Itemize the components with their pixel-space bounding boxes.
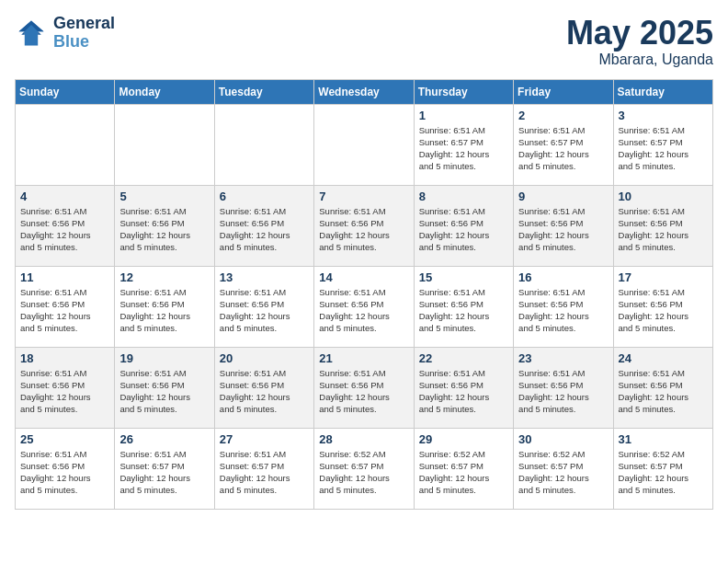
day-number: 20 (220, 351, 310, 365)
calendar-cell: 29Sunrise: 6:52 AM Sunset: 6:57 PM Dayli… (414, 428, 513, 509)
day-info: Sunrise: 6:51 AM Sunset: 6:56 PM Dayligh… (119, 367, 210, 416)
calendar-cell: 14Sunrise: 6:51 AM Sunset: 6:56 PM Dayli… (314, 266, 414, 347)
day-info: Sunrise: 6:51 AM Sunset: 6:56 PM Dayligh… (319, 205, 409, 254)
calendar-cell: 13Sunrise: 6:51 AM Sunset: 6:56 PM Dayli… (214, 266, 313, 347)
day-number: 11 (20, 270, 110, 284)
calendar-cell: 16Sunrise: 6:51 AM Sunset: 6:56 PM Dayli… (514, 266, 613, 347)
day-info: Sunrise: 6:51 AM Sunset: 6:56 PM Dayligh… (518, 367, 609, 416)
calendar-title: May 2025 (566, 15, 713, 52)
header-sunday: Sunday (16, 79, 115, 104)
day-number: 6 (220, 190, 310, 203)
day-number: 13 (220, 270, 310, 284)
calendar-cell: 17Sunrise: 6:51 AM Sunset: 6:56 PM Dayli… (613, 266, 712, 347)
day-info: Sunrise: 6:51 AM Sunset: 6:57 PM Dayligh… (518, 124, 609, 173)
calendar-cell: 22Sunrise: 6:51 AM Sunset: 6:56 PM Dayli… (414, 347, 513, 428)
calendar-week-row: 11Sunrise: 6:51 AM Sunset: 6:56 PM Dayli… (16, 266, 713, 347)
day-info: Sunrise: 6:52 AM Sunset: 6:57 PM Dayligh… (419, 448, 509, 497)
day-info: Sunrise: 6:51 AM Sunset: 6:56 PM Dayligh… (20, 205, 110, 254)
calendar-cell: 24Sunrise: 6:51 AM Sunset: 6:56 PM Dayli… (613, 347, 712, 428)
calendar-cell: 25Sunrise: 6:51 AM Sunset: 6:56 PM Dayli… (16, 428, 115, 509)
calendar-cell: 28Sunrise: 6:52 AM Sunset: 6:57 PM Dayli… (314, 428, 414, 509)
day-number: 21 (319, 351, 409, 365)
calendar-cell: 30Sunrise: 6:52 AM Sunset: 6:57 PM Dayli… (514, 428, 613, 509)
day-number: 28 (319, 432, 409, 446)
day-info: Sunrise: 6:51 AM Sunset: 6:57 PM Dayligh… (119, 448, 210, 497)
calendar-week-row: 25Sunrise: 6:51 AM Sunset: 6:56 PM Dayli… (16, 428, 713, 509)
calendar-cell (115, 104, 214, 185)
day-number: 8 (419, 190, 509, 203)
day-info: Sunrise: 6:51 AM Sunset: 6:56 PM Dayligh… (319, 367, 409, 416)
calendar-cell (16, 104, 115, 185)
calendar-cell: 11Sunrise: 6:51 AM Sunset: 6:56 PM Dayli… (16, 266, 115, 347)
day-number: 9 (518, 190, 609, 203)
day-info: Sunrise: 6:51 AM Sunset: 6:56 PM Dayligh… (619, 286, 709, 335)
calendar-cell: 27Sunrise: 6:51 AM Sunset: 6:57 PM Dayli… (214, 428, 313, 509)
day-info: Sunrise: 6:51 AM Sunset: 6:56 PM Dayligh… (20, 448, 110, 497)
header-tuesday: Tuesday (214, 79, 313, 104)
day-number: 24 (619, 351, 709, 365)
calendar-week-row: 4Sunrise: 6:51 AM Sunset: 6:56 PM Daylig… (16, 185, 713, 266)
calendar-cell: 31Sunrise: 6:52 AM Sunset: 6:57 PM Dayli… (613, 428, 712, 509)
calendar-cell: 21Sunrise: 6:51 AM Sunset: 6:56 PM Dayli… (314, 347, 414, 428)
calendar-cell: 9Sunrise: 6:51 AM Sunset: 6:56 PM Daylig… (514, 185, 613, 266)
logo-icon (15, 17, 48, 50)
day-info: Sunrise: 6:51 AM Sunset: 6:57 PM Dayligh… (220, 448, 310, 497)
day-number: 27 (220, 432, 310, 446)
day-number: 23 (518, 351, 609, 365)
day-info: Sunrise: 6:52 AM Sunset: 6:57 PM Dayligh… (319, 448, 409, 497)
calendar-cell (214, 104, 313, 185)
day-info: Sunrise: 6:51 AM Sunset: 6:56 PM Dayligh… (419, 205, 509, 254)
day-number: 16 (518, 270, 609, 284)
day-number: 31 (619, 432, 709, 446)
calendar-cell: 7Sunrise: 6:51 AM Sunset: 6:56 PM Daylig… (314, 185, 414, 266)
calendar-week-row: 1Sunrise: 6:51 AM Sunset: 6:57 PM Daylig… (16, 104, 713, 185)
day-number: 15 (419, 270, 509, 284)
header-monday: Monday (115, 79, 214, 104)
header-wednesday: Wednesday (314, 79, 414, 104)
day-info: Sunrise: 6:51 AM Sunset: 6:56 PM Dayligh… (119, 205, 210, 254)
day-info: Sunrise: 6:51 AM Sunset: 6:56 PM Dayligh… (518, 286, 609, 335)
day-info: Sunrise: 6:51 AM Sunset: 6:56 PM Dayligh… (220, 205, 310, 254)
header-saturday: Saturday (613, 79, 712, 104)
day-number: 1 (419, 109, 509, 122)
day-info: Sunrise: 6:51 AM Sunset: 6:56 PM Dayligh… (220, 286, 310, 335)
day-number: 26 (119, 432, 210, 446)
calendar-cell: 20Sunrise: 6:51 AM Sunset: 6:56 PM Dayli… (214, 347, 313, 428)
day-number: 18 (20, 351, 110, 365)
day-info: Sunrise: 6:51 AM Sunset: 6:56 PM Dayligh… (20, 367, 110, 416)
day-number: 12 (119, 270, 210, 284)
day-info: Sunrise: 6:51 AM Sunset: 6:56 PM Dayligh… (619, 367, 709, 416)
day-number: 22 (419, 351, 509, 365)
calendar-cell: 2Sunrise: 6:51 AM Sunset: 6:57 PM Daylig… (514, 104, 613, 185)
logo-text: General Blue (53, 15, 115, 52)
calendar-cell: 15Sunrise: 6:51 AM Sunset: 6:56 PM Dayli… (414, 266, 513, 347)
day-number: 19 (119, 351, 210, 365)
calendar-table: SundayMondayTuesdayWednesdayThursdayFrid… (15, 79, 713, 510)
calendar-cell: 26Sunrise: 6:51 AM Sunset: 6:57 PM Dayli… (115, 428, 214, 509)
calendar-cell: 1Sunrise: 6:51 AM Sunset: 6:57 PM Daylig… (414, 104, 513, 185)
calendar-cell: 6Sunrise: 6:51 AM Sunset: 6:56 PM Daylig… (214, 185, 313, 266)
day-number: 14 (319, 270, 409, 284)
day-number: 2 (518, 109, 609, 122)
page-header: General Blue May 2025 Mbarara, Uganda (15, 15, 713, 68)
calendar-header-row: SundayMondayTuesdayWednesdayThursdayFrid… (16, 79, 713, 104)
day-info: Sunrise: 6:51 AM Sunset: 6:56 PM Dayligh… (518, 205, 609, 254)
calendar-cell: 3Sunrise: 6:51 AM Sunset: 6:57 PM Daylig… (613, 104, 712, 185)
calendar-cell (314, 104, 414, 185)
calendar-subtitle: Mbarara, Uganda (566, 52, 713, 68)
logo: General Blue (15, 15, 115, 52)
calendar-cell: 19Sunrise: 6:51 AM Sunset: 6:56 PM Dayli… (115, 347, 214, 428)
day-number: 30 (518, 432, 609, 446)
day-info: Sunrise: 6:51 AM Sunset: 6:56 PM Dayligh… (619, 205, 709, 254)
day-number: 4 (20, 190, 110, 203)
day-info: Sunrise: 6:51 AM Sunset: 6:56 PM Dayligh… (319, 286, 409, 335)
header-thursday: Thursday (414, 79, 513, 104)
day-number: 29 (419, 432, 509, 446)
calendar-cell: 23Sunrise: 6:51 AM Sunset: 6:56 PM Dayli… (514, 347, 613, 428)
calendar-cell: 18Sunrise: 6:51 AM Sunset: 6:56 PM Dayli… (16, 347, 115, 428)
day-info: Sunrise: 6:52 AM Sunset: 6:57 PM Dayligh… (518, 448, 609, 497)
day-number: 10 (619, 190, 709, 203)
day-info: Sunrise: 6:51 AM Sunset: 6:56 PM Dayligh… (220, 367, 310, 416)
day-number: 17 (619, 270, 709, 284)
day-info: Sunrise: 6:51 AM Sunset: 6:56 PM Dayligh… (419, 367, 509, 416)
